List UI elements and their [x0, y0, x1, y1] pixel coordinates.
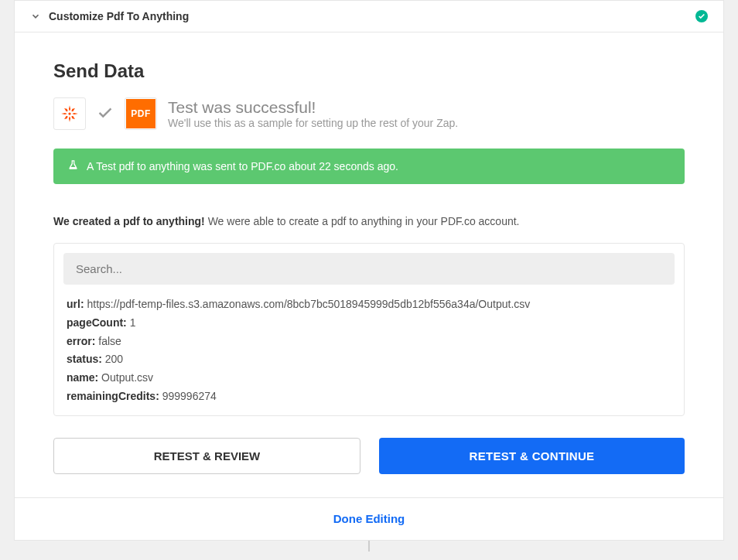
done-editing-link[interactable]: Done Editing	[333, 512, 405, 525]
retest-review-button[interactable]: RETEST & REVIEW	[53, 438, 360, 474]
footer: Done Editing	[15, 497, 723, 540]
retest-continue-button[interactable]: RETEST & CONTINUE	[379, 438, 685, 474]
search-input[interactable]	[63, 253, 675, 285]
chevron-down-icon	[30, 11, 41, 22]
data-row: pageCount: 1	[67, 314, 671, 333]
data-row: status: 200	[67, 350, 671, 369]
step-title: Customize Pdf To Anything	[49, 10, 695, 22]
test-result-row: PDF Test was successful! We'll use this …	[53, 97, 685, 130]
step-connector	[368, 541, 370, 551]
response-data-box: url: https://pdf-temp-files.s3.amazonaws…	[53, 243, 685, 416]
flask-icon	[67, 159, 79, 173]
banner-text: A Test pdf to anything was sent to PDF.c…	[87, 160, 398, 172]
created-message: We created a pdf to anything! We were ab…	[53, 215, 685, 227]
step-card: Customize Pdf To Anything Send Data PD	[14, 0, 724, 541]
data-row: url: https://pdf-temp-files.s3.amazonaws…	[67, 295, 671, 314]
data-row: error: false	[67, 333, 671, 351]
step-header[interactable]: Customize Pdf To Anything	[15, 1, 723, 32]
section-title: Send Data	[53, 60, 685, 82]
data-row: name: Output.csv	[67, 369, 671, 388]
pdf-co-icon: PDF	[125, 97, 157, 130]
data-row: remainingCredits: 999996274	[67, 388, 671, 406]
arrow-check-icon	[97, 104, 114, 124]
test-success-subtitle: We'll use this as a sample for setting u…	[168, 117, 458, 129]
success-check-icon	[695, 10, 708, 22]
success-banner: A Test pdf to anything was sent to PDF.c…	[53, 149, 685, 184]
test-success-title: Test was successful!	[168, 98, 458, 117]
zapier-icon	[53, 97, 86, 130]
